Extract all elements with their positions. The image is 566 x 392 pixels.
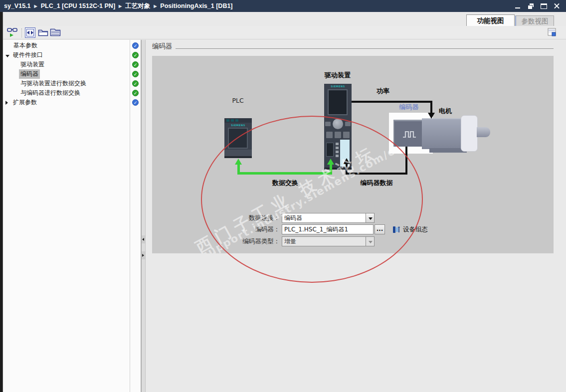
collapse-right-button[interactable] <box>142 251 145 259</box>
parameter-panel-icon[interactable] <box>548 28 557 37</box>
heading-rule <box>176 48 554 49</box>
status-check-icon: ✓ <box>132 71 139 77</box>
data-connection-value: 编码器 <box>284 214 302 221</box>
encoder-input[interactable]: PLC_1.HSC_1_编码器1 <box>282 224 374 234</box>
open-all-folder-icon[interactable] <box>38 27 49 37</box>
restore-button[interactable] <box>528 3 534 9</box>
data-exchange-line <box>330 164 332 174</box>
tree-item-encoder-data-exchange[interactable]: 与编码器进行数据交换 ✓ <box>3 88 141 98</box>
drive-knob <box>333 119 343 129</box>
dropdown-arrow-icon[interactable] <box>366 213 375 223</box>
expander-collapse-icon[interactable] <box>5 52 11 59</box>
breadcrumb-separator-icon: ▶ <box>119 4 122 8</box>
siemens-brand-label: SIEMENS <box>324 85 352 88</box>
browse-button[interactable]: ... <box>375 224 385 234</box>
navigation-tree: 基本参数 ✓ 硬件件接口 ✓ 驱动装置 ✓ 编码器 ✓ 与驱动装置进行数据交换 … <box>3 40 141 392</box>
tree-item-label: 硬件件接口 <box>11 50 44 60</box>
power-line <box>430 101 432 114</box>
drive-io-block <box>326 143 334 157</box>
panel-splitter[interactable] <box>141 40 146 392</box>
monitor-glasses-icon[interactable] <box>7 27 19 38</box>
status-check-icon: ✓ <box>132 80 139 87</box>
window-controls <box>515 3 566 9</box>
device-configuration-label: 设备组态 <box>403 225 428 234</box>
motor-body-image <box>422 118 465 149</box>
power-arrow-icon <box>428 113 435 119</box>
tree-item-label: 编码器 <box>19 69 40 79</box>
tab-parameter-view[interactable]: 参数视图 <box>515 15 554 26</box>
motor-shaft-image <box>477 127 490 137</box>
drive-screen <box>328 89 348 115</box>
data-exchange-label: 数据交换 <box>255 179 315 188</box>
breadcrumb-separator-icon: ▶ <box>154 4 157 8</box>
sync-split-view-icon[interactable] <box>25 27 35 38</box>
device-configuration-link[interactable]: 设备组态 <box>392 225 428 234</box>
status-check-icon: ✓ <box>132 99 139 106</box>
device-configuration-icon <box>392 225 400 234</box>
data-exchange-arrow-icon <box>327 159 334 165</box>
tree-item-drive-device[interactable]: 驱动装置 ✓ <box>3 60 141 69</box>
encoder-value: PLC_1.HSC_1_编码器1 <box>284 226 348 233</box>
encoder-type-value: 增量 <box>284 238 296 245</box>
status-check-icon: ✓ <box>132 61 139 68</box>
encoder-data-line <box>346 164 348 175</box>
power-line <box>352 101 432 103</box>
breadcrumb-separator-icon: ▶ <box>34 4 37 8</box>
tree-item-label: 扩展参数 <box>11 98 38 107</box>
expander-expand-icon[interactable] <box>5 99 11 106</box>
plc-device-image: SIEMENS <box>224 118 252 158</box>
encoder-diagram-label: 编码器 <box>389 103 429 112</box>
dropdown-arrow-icon <box>366 236 375 246</box>
encoder-image <box>393 120 423 147</box>
tree-item-encoder[interactable]: 编码器 ✓ <box>3 69 141 79</box>
encoder-data-line <box>405 147 407 175</box>
tree-item-label: 与编码器进行数据交换 <box>19 88 82 98</box>
siemens-brand-label: SIEMENS <box>224 124 252 127</box>
close-button[interactable] <box>554 3 560 9</box>
encoder-data-arrow-icon <box>343 158 350 164</box>
page-title: 编码器 <box>152 42 173 51</box>
encoder-data-line <box>347 173 407 175</box>
status-check-icon: ✓ <box>132 90 139 96</box>
tree-item-basic-parameters[interactable]: 基本参数 ✓ <box>3 41 141 50</box>
tree-item-label: 驱动装置 <box>19 60 46 69</box>
encoder-type-label: 编码器类型 : <box>182 236 278 246</box>
encoder-type-select: 增量 <box>282 236 375 246</box>
drive-label: 驱动装置 <box>308 71 368 80</box>
tree-item-extended-parameters[interactable]: 扩展参数 ✓ <box>3 98 141 107</box>
motor-flange-image <box>461 115 478 152</box>
toolbar <box>3 26 566 39</box>
breadcrumb-positioning-axis[interactable]: PositioningAxis_1 [DB1] <box>160 2 232 9</box>
encoder-diagram: 驱动装置 PLC 功率 编码器 电机 数据交换 编码器数据 SIEMENS SI… <box>152 56 554 253</box>
status-check-icon: ✓ <box>132 52 139 58</box>
minimize-button[interactable] <box>515 3 521 9</box>
tree-item-hardware-interface[interactable]: 硬件件接口 ✓ <box>3 50 141 60</box>
data-connection-label: 数据连接 : <box>182 213 278 223</box>
tree-item-drive-data-exchange[interactable]: 与驱动装置进行数据交换 ✓ <box>3 79 141 88</box>
power-label: 功率 <box>363 87 403 96</box>
plc-label: PLC <box>218 97 258 104</box>
title-bar: sy_V15.1 ▶ PLC_1 [CPU 1512C-1 PN] ▶ 工艺对象… <box>0 0 566 12</box>
collapse-left-button[interactable] <box>142 235 145 243</box>
status-check-icon: ✓ <box>132 42 139 49</box>
tree-item-label: 与驱动装置进行数据交换 <box>19 79 88 88</box>
drive-device-image: SIEMENS <box>324 84 352 170</box>
tab-function-view[interactable]: 功能视图 <box>466 14 515 26</box>
drive-keypad <box>326 132 350 138</box>
encoder-field-label: 编码器 : <box>182 224 278 234</box>
breadcrumb-plc[interactable]: PLC_1 [CPU 1512C-1 PN] <box>41 2 115 9</box>
data-connection-select[interactable]: 编码器 <box>282 213 375 223</box>
pulse-signal-icon <box>402 130 416 139</box>
close-all-folder-icon[interactable] <box>50 27 61 37</box>
plc-screen <box>228 128 248 149</box>
encoder-data-label: 编码器数据 <box>344 179 409 188</box>
breadcrumb-technology-objects[interactable]: 工艺对象 <box>125 2 150 10</box>
tree-item-label: 基本参数 <box>12 41 39 50</box>
maximize-button[interactable] <box>541 3 547 9</box>
toolbar-separator <box>21 28 22 37</box>
breadcrumb-project[interactable]: sy_V15.1 <box>4 2 31 9</box>
data-exchange-line <box>237 172 332 175</box>
